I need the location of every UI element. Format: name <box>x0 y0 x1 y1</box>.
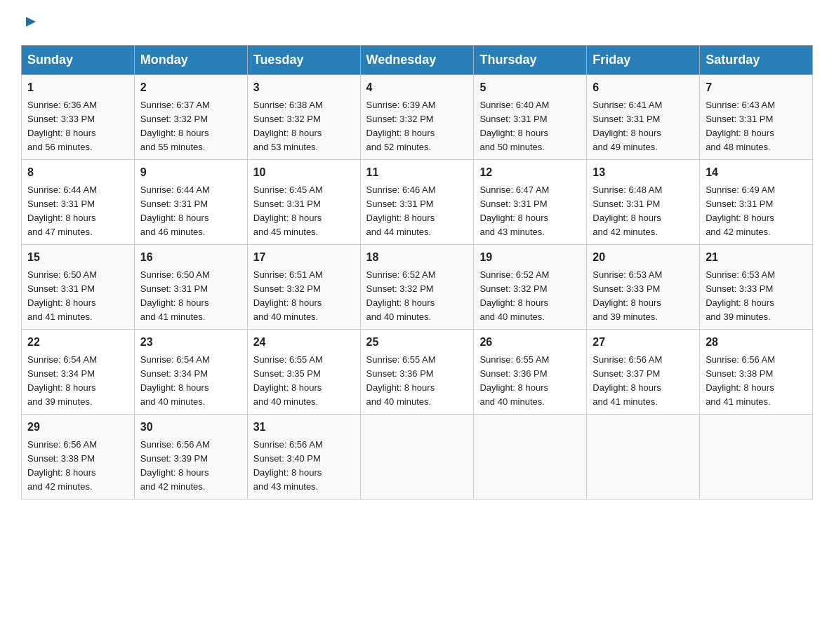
day-cell: 18 Sunrise: 6:52 AM Sunset: 3:32 PM Dayl… <box>360 244 474 329</box>
day-number: 4 <box>366 79 468 96</box>
daylight-info: Daylight: 8 hoursand 41 minutes. <box>706 382 774 407</box>
week-row-4: 22 Sunrise: 6:54 AM Sunset: 3:34 PM Dayl… <box>22 329 813 414</box>
sunrise-info: Sunrise: 6:43 AM <box>706 100 775 110</box>
header-cell-wednesday: Wednesday <box>360 45 474 74</box>
day-cell: 31 Sunrise: 6:56 AM Sunset: 3:40 PM Dayl… <box>247 414 360 499</box>
day-number: 16 <box>140 249 241 266</box>
sunrise-info: Sunrise: 6:54 AM <box>27 354 97 365</box>
header-cell-thursday: Thursday <box>474 45 587 74</box>
daylight-info: Daylight: 8 hoursand 41 minutes. <box>27 297 96 322</box>
day-cell: 29 Sunrise: 6:56 AM Sunset: 3:38 PM Dayl… <box>22 414 135 499</box>
daylight-info: Daylight: 8 hoursand 40 minutes. <box>140 382 209 407</box>
day-number: 29 <box>27 419 128 436</box>
day-number: 17 <box>253 249 355 266</box>
sunset-info: Sunset: 3:32 PM <box>366 283 434 294</box>
daylight-info: Daylight: 8 hoursand 52 minutes. <box>366 128 435 152</box>
sunrise-info: Sunrise: 6:52 AM <box>366 269 436 280</box>
daylight-info: Daylight: 8 hoursand 40 minutes. <box>253 382 322 407</box>
week-row-1: 1 Sunrise: 6:36 AM Sunset: 3:33 PM Dayli… <box>22 74 813 159</box>
day-number: 31 <box>253 419 355 436</box>
day-number: 2 <box>140 79 241 96</box>
sunrise-info: Sunrise: 6:41 AM <box>593 100 662 110</box>
daylight-info: Daylight: 8 hoursand 45 minutes. <box>253 213 322 237</box>
header-row: SundayMondayTuesdayWednesdayThursdayFrid… <box>22 45 813 74</box>
daylight-info: Daylight: 8 hoursand 46 minutes. <box>140 213 209 237</box>
daylight-info: Daylight: 8 hoursand 39 minutes. <box>706 297 774 322</box>
daylight-info: Daylight: 8 hoursand 40 minutes. <box>366 382 435 407</box>
day-cell <box>474 414 587 499</box>
daylight-info: Daylight: 8 hoursand 40 minutes. <box>253 297 322 322</box>
sunrise-info: Sunrise: 6:45 AM <box>253 185 323 195</box>
daylight-info: Daylight: 8 hoursand 53 minutes. <box>253 128 322 152</box>
sunset-info: Sunset: 3:32 PM <box>253 114 321 124</box>
day-cell: 1 Sunrise: 6:36 AM Sunset: 3:33 PM Dayli… <box>22 74 135 159</box>
sunrise-info: Sunrise: 6:53 AM <box>593 269 662 280</box>
header-cell-monday: Monday <box>134 45 247 74</box>
sunrise-info: Sunrise: 6:56 AM <box>593 354 662 365</box>
daylight-info: Daylight: 8 hoursand 40 minutes. <box>479 382 548 407</box>
day-number: 30 <box>140 419 241 436</box>
day-number: 6 <box>593 79 694 96</box>
day-cell: 10 Sunrise: 6:45 AM Sunset: 3:31 PM Dayl… <box>247 159 360 244</box>
day-cell: 22 Sunrise: 6:54 AM Sunset: 3:34 PM Dayl… <box>22 329 135 414</box>
sunrise-info: Sunrise: 6:47 AM <box>479 185 549 195</box>
daylight-info: Daylight: 8 hoursand 40 minutes. <box>366 297 435 322</box>
day-number: 15 <box>27 249 128 266</box>
daylight-info: Daylight: 8 hoursand 55 minutes. <box>140 128 209 152</box>
day-cell: 8 Sunrise: 6:44 AM Sunset: 3:31 PM Dayli… <box>22 159 135 244</box>
sunset-info: Sunset: 3:39 PM <box>140 453 208 464</box>
sunset-info: Sunset: 3:31 PM <box>140 199 208 209</box>
sunset-info: Sunset: 3:31 PM <box>140 283 208 294</box>
daylight-info: Daylight: 8 hoursand 41 minutes. <box>593 382 661 407</box>
day-number: 25 <box>366 334 468 351</box>
day-number: 19 <box>479 249 581 266</box>
sunset-info: Sunset: 3:37 PM <box>593 368 660 379</box>
week-row-3: 15 Sunrise: 6:50 AM Sunset: 3:31 PM Dayl… <box>22 244 813 329</box>
day-number: 13 <box>593 164 694 181</box>
sunset-info: Sunset: 3:38 PM <box>706 368 773 379</box>
sunrise-info: Sunrise: 6:39 AM <box>366 100 436 110</box>
day-number: 3 <box>253 79 355 96</box>
sunrise-info: Sunrise: 6:55 AM <box>253 354 323 365</box>
sunrise-info: Sunrise: 6:36 AM <box>27 100 97 110</box>
day-number: 18 <box>366 249 468 266</box>
daylight-info: Daylight: 8 hoursand 39 minutes. <box>593 297 661 322</box>
sunrise-info: Sunrise: 6:50 AM <box>27 269 97 280</box>
sunset-info: Sunset: 3:31 PM <box>366 199 434 209</box>
day-cell: 4 Sunrise: 6:39 AM Sunset: 3:32 PM Dayli… <box>360 74 474 159</box>
sunrise-info: Sunrise: 6:52 AM <box>479 269 549 280</box>
header-cell-saturday: Saturday <box>700 45 813 74</box>
sunset-info: Sunset: 3:32 PM <box>253 283 321 294</box>
day-cell: 14 Sunrise: 6:49 AM Sunset: 3:31 PM Dayl… <box>700 159 813 244</box>
calendar-header: SundayMondayTuesdayWednesdayThursdayFrid… <box>22 45 813 74</box>
sunset-info: Sunset: 3:31 PM <box>706 199 773 209</box>
sunrise-info: Sunrise: 6:48 AM <box>593 185 662 195</box>
day-cell: 5 Sunrise: 6:40 AM Sunset: 3:31 PM Dayli… <box>474 74 587 159</box>
day-cell <box>700 414 813 499</box>
sunset-info: Sunset: 3:31 PM <box>479 199 547 209</box>
svg-marker-0 <box>26 17 36 27</box>
sunrise-info: Sunrise: 6:56 AM <box>27 439 97 450</box>
day-cell: 30 Sunrise: 6:56 AM Sunset: 3:39 PM Dayl… <box>134 414 247 499</box>
daylight-info: Daylight: 8 hoursand 50 minutes. <box>479 128 548 152</box>
sunrise-info: Sunrise: 6:50 AM <box>140 269 210 280</box>
day-number: 27 <box>593 334 694 351</box>
sunset-info: Sunset: 3:32 PM <box>140 114 208 124</box>
day-cell: 27 Sunrise: 6:56 AM Sunset: 3:37 PM Dayl… <box>587 329 700 414</box>
day-cell: 26 Sunrise: 6:55 AM Sunset: 3:36 PM Dayl… <box>474 329 587 414</box>
day-cell: 2 Sunrise: 6:37 AM Sunset: 3:32 PM Dayli… <box>134 74 247 159</box>
daylight-info: Daylight: 8 hoursand 43 minutes. <box>253 467 322 492</box>
sunset-info: Sunset: 3:36 PM <box>366 368 434 379</box>
day-cell: 24 Sunrise: 6:55 AM Sunset: 3:35 PM Dayl… <box>247 329 360 414</box>
sunrise-info: Sunrise: 6:56 AM <box>140 439 210 450</box>
sunset-info: Sunset: 3:33 PM <box>27 114 95 124</box>
sunrise-info: Sunrise: 6:46 AM <box>366 185 436 195</box>
daylight-info: Daylight: 8 hoursand 47 minutes. <box>27 213 96 237</box>
day-cell: 3 Sunrise: 6:38 AM Sunset: 3:32 PM Dayli… <box>247 74 360 159</box>
sunset-info: Sunset: 3:31 PM <box>27 199 95 209</box>
day-number: 14 <box>706 164 807 181</box>
sunrise-info: Sunrise: 6:51 AM <box>253 269 323 280</box>
day-number: 24 <box>253 334 355 351</box>
day-number: 5 <box>479 79 581 96</box>
daylight-info: Daylight: 8 hoursand 40 minutes. <box>479 297 548 322</box>
